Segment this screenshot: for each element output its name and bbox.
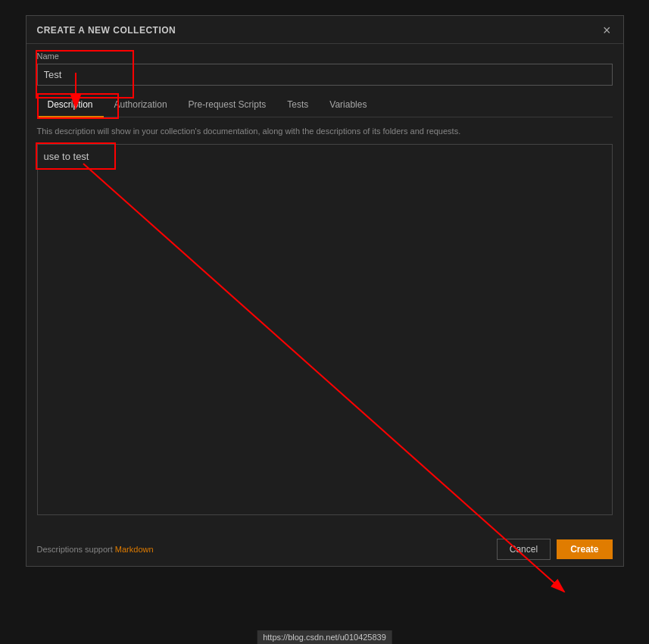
close-button[interactable]: × xyxy=(601,23,613,37)
name-label: Name xyxy=(37,52,613,61)
url-bar: https://blog.csdn.net/u010425839 xyxy=(257,630,392,644)
create-button[interactable]: Create xyxy=(557,539,612,559)
name-section: Name xyxy=(37,52,613,86)
description-textarea-wrapper: use to test xyxy=(37,144,613,517)
modal-body: Name Description Authorization Pre-reque… xyxy=(27,44,623,533)
markdown-link[interactable]: Markdown xyxy=(115,545,154,554)
tabs-wrapper: Description Authorization Pre-request Sc… xyxy=(37,93,613,117)
markdown-note: Descriptions support Markdown xyxy=(37,545,154,554)
modal-title: CREATE A NEW COLLECTION xyxy=(37,25,176,36)
modal-footer: Descriptions support Markdown Cancel Cre… xyxy=(27,533,623,566)
description-hint: This description will show in your colle… xyxy=(37,125,613,138)
tab-pre-request-scripts[interactable]: Pre-request Scripts xyxy=(178,93,277,117)
footer-actions: Cancel Create xyxy=(497,539,613,560)
tab-authorization[interactable]: Authorization xyxy=(104,93,178,117)
tab-variables[interactable]: Variables xyxy=(319,93,377,117)
tab-content-description: This description will show in your colle… xyxy=(37,117,613,525)
tab-tests[interactable]: Tests xyxy=(276,93,319,117)
tab-description[interactable]: Description xyxy=(37,93,104,117)
modal-header: CREATE A NEW COLLECTION × xyxy=(27,16,623,44)
description-textarea[interactable]: use to test xyxy=(37,144,613,515)
cancel-button[interactable]: Cancel xyxy=(497,539,551,560)
tabs-bar: Description Authorization Pre-request Sc… xyxy=(37,93,613,117)
name-input[interactable] xyxy=(37,64,613,86)
